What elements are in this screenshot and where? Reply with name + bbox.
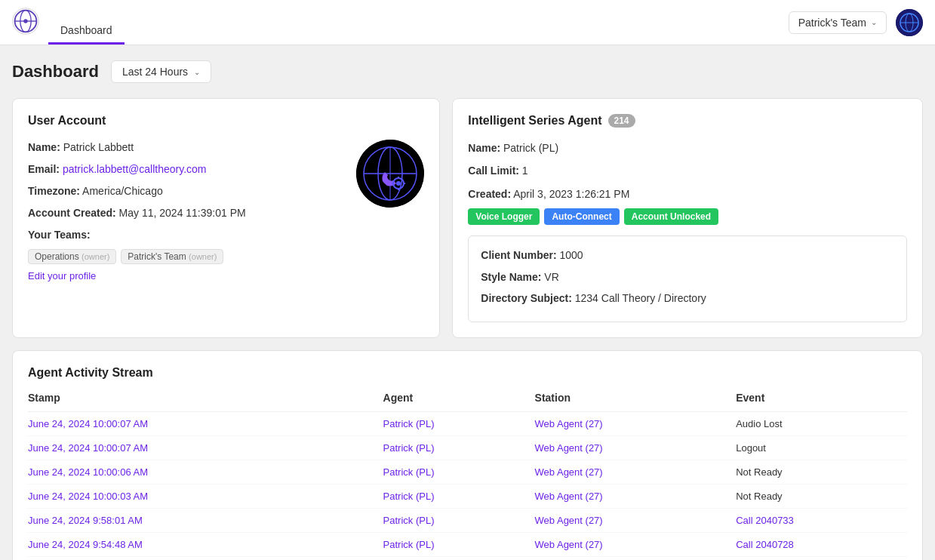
name-label: Name:	[28, 141, 60, 153]
table-row: June 24, 2024 10:00:07 AMPatrick (PL)Web…	[28, 412, 907, 436]
team-badge-patricks-team: Patrick's Team (owner)	[121, 249, 223, 264]
client-number-row: Client Number: 1000	[481, 247, 894, 263]
edit-profile-link[interactable]: Edit your profile	[28, 270, 96, 282]
activity-stream-title: Agent Activity Stream	[28, 366, 907, 380]
event-cell: Logout	[736, 436, 907, 460]
directory-subject-value: 1234 Call Theory / Directory	[575, 292, 706, 304]
column-stamp: Stamp	[28, 392, 383, 412]
station-cell: Web Agent (27)	[535, 509, 737, 533]
activity-table: Stamp Agent Station Event June 24, 2024 …	[28, 392, 907, 557]
agent-created-label: Created:	[468, 188, 511, 200]
table-row: June 24, 2024 9:54:48 AMPatrick (PL)Web …	[28, 533, 907, 557]
email-label: Email:	[28, 163, 60, 175]
team-selector[interactable]: Patrick's Team ⌄	[789, 11, 887, 34]
event-cell[interactable]: Call 2040733	[736, 509, 907, 533]
timezone-label: Timezone:	[28, 185, 80, 197]
stamp-cell: June 24, 2024 10:00:06 AM	[28, 460, 383, 485]
column-agent: Agent	[383, 392, 535, 412]
user-name-row: Name: Patrick Labbett	[28, 140, 344, 155]
event-cell: Not Ready	[736, 485, 907, 509]
team-badge-operations: Operations (owner)	[28, 249, 116, 264]
time-filter-dropdown[interactable]: Last 24 Hours ⌄	[111, 60, 211, 83]
svg-point-15	[396, 181, 401, 186]
page-title: Dashboard	[12, 62, 99, 82]
avatar[interactable]	[896, 9, 923, 36]
agent-call-limit-row: Call Limit: 1	[468, 162, 907, 179]
station-cell: Web Agent (27)	[535, 485, 737, 509]
client-number-label: Client Number:	[481, 249, 556, 261]
activity-stream-card: Agent Activity Stream Stamp Agent Statio…	[12, 350, 923, 560]
name-value: Patrick Labbett	[63, 141, 134, 153]
voice-logger-badge: Voice Logger	[468, 208, 540, 225]
agent-cell: Patrick (PL)	[383, 533, 535, 557]
event-cell[interactable]: Call 2040728	[736, 533, 907, 557]
teams-label: Your Teams:	[28, 229, 91, 241]
user-account-card: User Account Name: Patrick Labbett Email…	[12, 98, 440, 338]
agent-card: Intelligent Series Agent 214 Name: Patri…	[452, 98, 923, 338]
agent-name-row: Name: Patrick (PL)	[468, 140, 907, 156]
agent-cell: Patrick (PL)	[383, 485, 535, 509]
stamp-cell: June 24, 2024 10:00:07 AM	[28, 436, 383, 460]
station-cell: Web Agent (27)	[535, 533, 737, 557]
account-created-value: May 11, 2024 11:39:01 PM	[119, 207, 246, 219]
cards-row: User Account Name: Patrick Labbett Email…	[12, 98, 923, 338]
agent-section-title: Intelligent Series Agent	[468, 114, 601, 128]
event-cell: Not Ready	[736, 460, 907, 485]
email-value[interactable]: patrick.labbett@calltheory.com	[63, 163, 207, 175]
teams-row: Operations (owner) Patrick's Team (owner…	[28, 249, 344, 264]
table-row: June 24, 2024 10:00:07 AMPatrick (PL)Web…	[28, 436, 907, 460]
agent-cell: Patrick (PL)	[383, 436, 535, 460]
chevron-down-icon: ⌄	[871, 18, 877, 26]
call-limit-label: Call Limit:	[468, 165, 519, 177]
tab-dashboard[interactable]: Dashboard	[48, 18, 125, 45]
client-number-value: 1000	[560, 249, 583, 261]
table-row: June 24, 2024 10:00:03 AMPatrick (PL)Web…	[28, 485, 907, 509]
header-right: Patrick's Team ⌄	[789, 9, 923, 36]
account-unlocked-badge: Account Unlocked	[624, 208, 718, 225]
page-header: Dashboard Last 24 Hours ⌄	[12, 60, 923, 83]
time-filter-chevron-icon: ⌄	[194, 68, 200, 76]
timezone-value: America/Chicago	[82, 185, 163, 197]
nav-tabs: Dashboard	[48, 0, 125, 45]
directory-subject-row: Directory Subject: 1234 Call Theory / Di…	[481, 290, 894, 306]
agent-name-label: Name:	[468, 142, 500, 154]
station-cell: Web Agent (27)	[535, 436, 737, 460]
style-name-row: Style Name: VR	[481, 269, 894, 285]
station-cell: Web Agent (27)	[535, 412, 737, 436]
team-name-label: Patrick's Team	[798, 17, 866, 29]
user-timezone-row: Timezone: America/Chicago	[28, 183, 344, 199]
directory-subject-label: Directory Subject:	[481, 292, 572, 304]
stamp-cell: June 24, 2024 9:58:01 AM	[28, 509, 383, 533]
call-limit-value: 1	[522, 165, 528, 177]
user-account-title: User Account	[28, 114, 424, 128]
column-event: Event	[736, 392, 907, 412]
agent-created-value: April 3, 2023 1:26:21 PM	[513, 188, 629, 200]
table-row: June 24, 2024 10:00:06 AMPatrick (PL)Web…	[28, 460, 907, 485]
agent-info: Name: Patrick (PL) Call Limit: 1 Created…	[468, 140, 907, 322]
agent-card-title: Intelligent Series Agent 214	[468, 114, 907, 128]
status-badges: Voice Logger Auto-Connect Account Unlock…	[468, 208, 907, 225]
user-created-row: Account Created: May 11, 2024 11:39:01 P…	[28, 205, 344, 221]
account-created-label: Account Created:	[28, 207, 116, 219]
agent-created-row: Created: April 3, 2023 1:26:21 PM	[468, 186, 907, 202]
stamp-cell: June 24, 2024 10:00:03 AM	[28, 485, 383, 509]
table-row: June 24, 2024 9:58:01 AMPatrick (PL)Web …	[28, 509, 907, 533]
agent-cell: Patrick (PL)	[383, 412, 535, 436]
stamp-cell: June 24, 2024 9:54:48 AM	[28, 533, 383, 557]
stamp-cell: June 24, 2024 10:00:07 AM	[28, 412, 383, 436]
svg-point-4	[23, 19, 27, 23]
logo-icon	[12, 8, 39, 37]
event-cell: Audio Lost	[736, 412, 907, 436]
time-filter-label: Last 24 Hours	[122, 66, 188, 78]
agent-cell: Patrick (PL)	[383, 509, 535, 533]
main-content: Dashboard Last 24 Hours ⌄ User Account N…	[0, 45, 935, 560]
column-station: Station	[535, 392, 737, 412]
header: Dashboard Patrick's Team ⌄	[0, 0, 935, 45]
agent-name-value: Patrick (PL)	[503, 142, 558, 154]
user-card-body: Name: Patrick Labbett Email: patrick.lab…	[28, 140, 424, 282]
activity-table-body: June 24, 2024 10:00:07 AMPatrick (PL)Web…	[28, 412, 907, 557]
auto-connect-badge: Auto-Connect	[544, 208, 619, 225]
client-info-box: Client Number: 1000 Style Name: VR Direc…	[468, 235, 907, 322]
style-name-label: Style Name:	[481, 271, 541, 283]
style-name-value: VR	[544, 271, 558, 283]
